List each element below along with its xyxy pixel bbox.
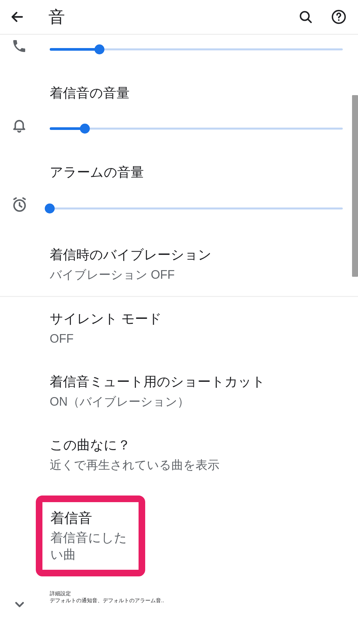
call-volume-slider[interactable] xyxy=(50,45,343,54)
svg-line-9 xyxy=(23,198,25,200)
item-advanced[interactable]: 詳細設定 デフォルトの通知音、デフォルトのアラーム音.. xyxy=(0,579,358,612)
help-icon xyxy=(331,9,346,25)
item-silent-title: サイレント モード xyxy=(50,310,343,327)
search-icon xyxy=(298,10,313,24)
svg-line-8 xyxy=(14,198,16,200)
bell-icon xyxy=(11,117,27,133)
item-advanced-subtitle: デフォルトの通知音、デフォルトのアラーム音.. xyxy=(50,597,351,604)
svg-line-2 xyxy=(308,19,311,23)
call-volume-row xyxy=(0,35,358,54)
alarm-volume-label: アラームの音量 xyxy=(50,163,343,181)
chevron-down-icon xyxy=(13,598,27,612)
search-button[interactable] xyxy=(296,7,316,27)
item-silent-subtitle: OFF xyxy=(50,330,343,347)
item-vibration[interactable]: 着信時のバイブレーション バイブレーション OFF xyxy=(0,233,358,296)
scrollbar-thumb[interactable] xyxy=(352,95,358,277)
ring-volume-row xyxy=(0,115,358,133)
scrollbar[interactable] xyxy=(352,35,358,644)
ring-volume-label: 着信音の音量 xyxy=(50,84,343,102)
item-vibration-subtitle: バイブレーション OFF xyxy=(50,266,343,283)
item-mute-title: 着信音ミュート用のショートカット xyxy=(50,373,343,390)
page-title: 音 xyxy=(48,6,65,28)
svg-line-7 xyxy=(20,205,22,207)
item-mute-subtitle: ON（バイブレーション） xyxy=(50,393,343,410)
alarm-volume-slider[interactable] xyxy=(50,204,343,213)
item-now-playing[interactable]: この曲なに？ 近くで再生されている曲を表示 xyxy=(0,423,358,486)
back-button[interactable] xyxy=(9,9,25,25)
alarm-volume-row xyxy=(0,194,358,213)
ring-volume-slider[interactable] xyxy=(50,124,343,133)
item-ringtone-title: 着信音 xyxy=(50,509,133,527)
help-button[interactable] xyxy=(329,7,349,27)
app-bar: 音 xyxy=(0,0,358,35)
alarm-icon xyxy=(11,197,28,213)
back-arrow-icon xyxy=(10,10,25,24)
content: 着信音の音量 アラームの音量 xyxy=(0,35,358,612)
item-vibration-title: 着信時のバイブレーション xyxy=(50,246,343,263)
item-ringtone[interactable]: 着信音 着信音にしたい曲 xyxy=(36,496,145,576)
phone-icon xyxy=(11,38,27,54)
item-now-playing-subtitle: 近くで再生されている曲を表示 xyxy=(50,456,343,474)
item-ringtone-highlight: 着信音 着信音にしたい曲 xyxy=(0,496,358,576)
item-mute-shortcut[interactable]: 着信音ミュート用のショートカット ON（バイブレーション） xyxy=(0,360,358,423)
item-now-playing-title: この曲なに？ xyxy=(50,436,343,454)
item-advanced-title: 詳細設定 xyxy=(50,590,351,597)
item-silent-mode[interactable]: サイレント モード OFF xyxy=(0,297,358,360)
svg-point-4 xyxy=(338,19,340,21)
item-ringtone-subtitle: 着信音にしたい曲 xyxy=(50,529,133,563)
